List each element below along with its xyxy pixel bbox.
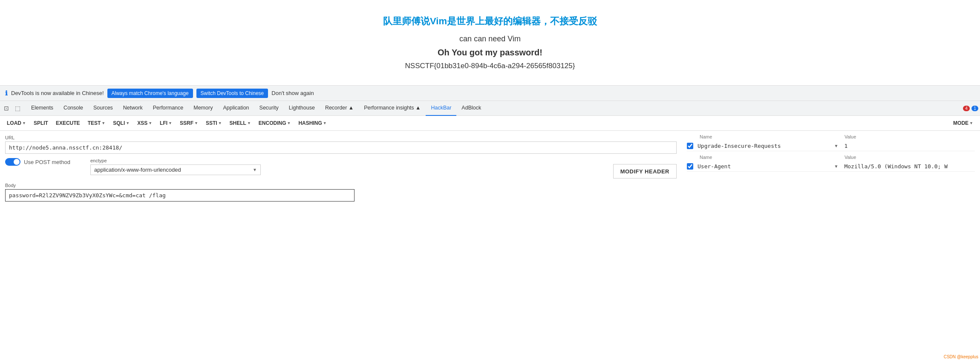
tab-adblock[interactable]: AdBlock xyxy=(456,101,486,116)
tab-memory[interactable]: Memory xyxy=(188,101,218,116)
header-name-1: Upgrade-Insecure-Requests xyxy=(698,143,828,149)
page-subtitle: can can need Vim xyxy=(459,35,521,43)
shell-dropdown-arrow: ▼ xyxy=(247,121,251,125)
tab-performance-insights[interactable]: Performance insights ▲ xyxy=(359,101,426,116)
hackbar-right-panel: Name Value Upgrade-Insecure-Requests ▼ 1… xyxy=(682,131,980,206)
ssrf-dropdown-arrow: ▼ xyxy=(194,121,198,125)
page-flag: NSSCTF{01bb31e0-894b-4c6a-a294-26565f803… xyxy=(405,62,575,70)
tab-network[interactable]: Network xyxy=(118,101,148,116)
enctype-group: enctype application/x-www-form-urlencode… xyxy=(90,158,605,175)
url-input[interactable] xyxy=(5,141,677,154)
cursor-icon[interactable]: ⊡ xyxy=(2,104,11,112)
message-badge: 1 xyxy=(971,106,978,111)
enctype-arrow: ▼ xyxy=(253,167,257,172)
post-toggle-label: Use POST method xyxy=(24,159,70,165)
header-name-col-label: Name xyxy=(700,134,830,139)
match-language-button[interactable]: Always match Chrome's language xyxy=(107,89,193,98)
header-name-2: User-Agent xyxy=(698,163,828,170)
lfi-button[interactable]: LFI ▼ xyxy=(157,118,175,128)
tab-hackbar[interactable]: HackBar xyxy=(426,101,456,116)
hackbar-main: URL Use POST method enctype application/… xyxy=(0,131,980,206)
hackbar-content: URL Use POST method enctype application/… xyxy=(0,131,682,206)
tab-lighthouse[interactable]: Lighthouse xyxy=(284,101,320,116)
ssrf-button[interactable]: SSRF ▼ xyxy=(177,118,201,128)
row-controls: Use POST method enctype application/x-ww… xyxy=(5,158,677,179)
tab-console[interactable]: Console xyxy=(58,101,88,116)
ssti-button[interactable]: SSTI ▼ xyxy=(203,118,225,128)
notification-text: DevTools is now available in Chinese! xyxy=(11,90,104,96)
load-dropdown-arrow: ▼ xyxy=(22,121,26,125)
ssti-dropdown-arrow: ▼ xyxy=(218,121,222,125)
xss-button[interactable]: XSS ▼ xyxy=(135,118,155,128)
tab-end-items: 4 1 xyxy=(963,106,978,111)
encoding-dropdown-arrow: ▼ xyxy=(287,121,291,125)
execute-button[interactable]: EXECUTE xyxy=(53,118,83,128)
post-toggle-group: Use POST method xyxy=(5,158,82,166)
modify-header-button[interactable]: MODIFY HEADER xyxy=(613,164,677,179)
tab-recorder[interactable]: Recorder ▲ xyxy=(320,101,359,116)
xss-dropdown-arrow: ▼ xyxy=(148,121,152,125)
device-icon[interactable]: ⬚ xyxy=(13,104,23,112)
hashing-button[interactable]: HASHING ▼ xyxy=(296,118,329,128)
hackbar-toolbar: LOAD ▼ SPLIT EXECUTE TEST ▼ SQLI ▼ XSS ▼… xyxy=(0,116,980,131)
url-label: URL xyxy=(5,135,677,140)
split-button[interactable]: SPLIT xyxy=(31,118,51,128)
tab-performance[interactable]: Performance xyxy=(148,101,189,116)
info-icon: ℹ xyxy=(5,89,8,97)
lfi-dropdown-arrow: ▼ xyxy=(168,121,172,125)
header-name-col-label-2: Name xyxy=(700,155,830,160)
enctype-value: application/x-www-form-urlencoded xyxy=(94,167,181,173)
test-dropdown-arrow: ▼ xyxy=(101,121,105,125)
sqli-dropdown-arrow: ▼ xyxy=(126,121,130,125)
mode-button[interactable]: MODE ▼ xyxy=(951,118,976,128)
enctype-select[interactable]: application/x-www-form-urlencoded ▼ xyxy=(90,164,261,175)
header-checkbox-1[interactable] xyxy=(687,143,693,149)
page-body: Oh You got my password! xyxy=(438,48,542,58)
tab-elements[interactable]: Elements xyxy=(26,101,58,116)
header-value-col-label: Value xyxy=(845,134,975,139)
shell-button[interactable]: SHELL ▼ xyxy=(227,118,254,128)
notification-bar: ℹ DevTools is now available in Chinese! … xyxy=(0,85,980,101)
post-method-toggle[interactable] xyxy=(5,158,20,166)
devtools-panel: ℹ DevTools is now available in Chinese! … xyxy=(0,85,980,206)
main-content: 队里师傅说Vim是世界上最好的编辑器，不接受反驳 can can need Vi… xyxy=(0,0,980,85)
load-button[interactable]: LOAD ▼ xyxy=(4,118,29,128)
encoding-button[interactable]: ENCODING ▼ xyxy=(256,118,294,128)
header-value-col-label-2: Value xyxy=(845,155,975,160)
hackbar-left-panel: URL Use POST method enctype application/… xyxy=(0,131,682,206)
error-badge: 4 xyxy=(963,106,970,111)
body-section: Body xyxy=(5,183,677,202)
devtools-icon-group: ⊡ ⬚ xyxy=(2,104,23,112)
header-row-1: Upgrade-Insecure-Requests ▼ 1 xyxy=(687,141,975,151)
header-2-arrow[interactable]: ▼ xyxy=(833,164,840,169)
tab-application[interactable]: Application xyxy=(218,101,254,116)
test-button[interactable]: TEST ▼ xyxy=(85,118,108,128)
body-input[interactable] xyxy=(5,189,355,202)
header-row-2: User-Agent ▼ Mozilla/5.0 (Windows NT 10.… xyxy=(687,161,975,172)
devtools-tabs-bar: ⊡ ⬚ Elements Console Sources Network Per… xyxy=(0,101,980,116)
tab-security[interactable]: Security xyxy=(254,101,284,116)
header-checkbox-2[interactable] xyxy=(687,163,693,170)
page-title: 队里师傅说Vim是世界上最好的编辑器，不接受反驳 xyxy=(383,15,597,28)
body-label: Body xyxy=(5,183,677,188)
header-value-2: Mozilla/5.0 (Windows NT 10.0; W xyxy=(844,163,975,170)
mode-dropdown-arrow: ▼ xyxy=(969,121,973,125)
sqli-button[interactable]: SQLI ▼ xyxy=(110,118,132,128)
tab-sources[interactable]: Sources xyxy=(88,101,118,116)
dont-show-button[interactable]: Don't show again xyxy=(271,90,314,96)
header-value-1: 1 xyxy=(844,143,975,149)
enctype-label: enctype xyxy=(90,158,605,163)
header-1-arrow[interactable]: ▼ xyxy=(833,144,840,148)
switch-devtools-button[interactable]: Switch DevTools to Chinese xyxy=(196,89,268,98)
hashing-dropdown-arrow: ▼ xyxy=(323,121,327,125)
